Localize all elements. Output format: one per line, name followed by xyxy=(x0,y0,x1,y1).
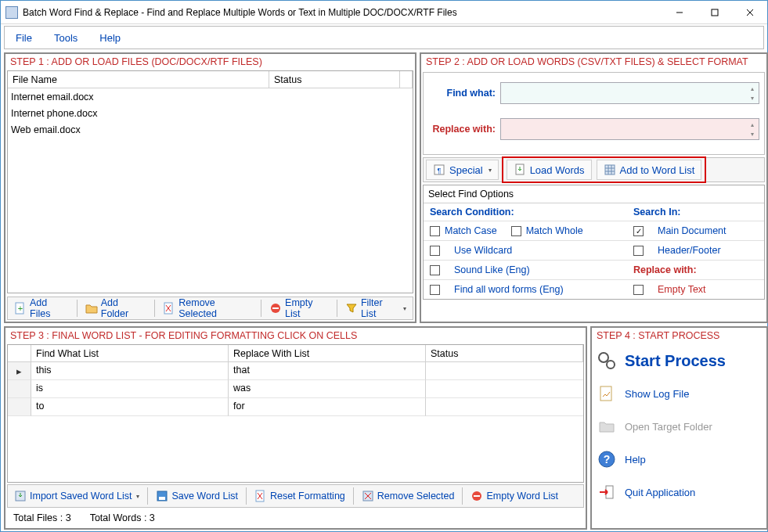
step4-title: STEP 4 : START PROCESS xyxy=(592,328,766,344)
search-in-header: Search In: xyxy=(627,203,764,221)
add-file-icon: + xyxy=(14,302,27,315)
word-list-grid[interactable]: Find What List Replace With List Status … xyxy=(7,344,584,483)
sound-like-checkbox[interactable] xyxy=(430,265,440,275)
step4-panel: STEP 4 : START PROCESS Start Process Sho… xyxy=(590,326,768,530)
show-log-file-button[interactable]: Show Log File xyxy=(592,377,766,410)
replace-with-header: Replace with: xyxy=(627,261,764,280)
col-filename[interactable]: File Name xyxy=(8,71,269,88)
step3-toolbar: Import Saved Word List▾ Save Word List R… xyxy=(7,484,584,508)
menu-file[interactable]: File xyxy=(11,29,37,47)
svg-rect-29 xyxy=(474,495,480,497)
save-word-list-button[interactable]: Save Word List xyxy=(151,487,243,505)
svg-text:+: + xyxy=(18,304,23,313)
step1-panel: STEP 1 : ADD OR LOAD FILES (DOC/DOCX/RTF… xyxy=(4,52,416,323)
remove-selected-button[interactable]: Remove Selected xyxy=(158,295,258,322)
close-button[interactable] xyxy=(732,1,767,23)
special-icon: ¶ xyxy=(433,164,445,176)
main-document-checkbox[interactable]: ✓ xyxy=(633,226,644,236)
word-row[interactable]: is was xyxy=(8,380,583,398)
menu-help[interactable]: Help xyxy=(95,29,125,47)
total-words-label: Total Words : 3 xyxy=(90,512,155,523)
match-whole-checkbox[interactable] xyxy=(511,226,521,236)
word-row[interactable]: to for xyxy=(8,398,583,416)
step3-title: STEP 3 : FINAL WORD LIST - FOR EDITING F… xyxy=(5,328,586,344)
find-what-input[interactable]: ▴▾ xyxy=(500,82,759,104)
dropdown-arrow-icon: ▾ xyxy=(403,305,406,312)
maximize-button[interactable] xyxy=(697,1,732,23)
col-find-what[interactable]: Find What List xyxy=(31,345,229,362)
empty-list-button[interactable]: Empty List xyxy=(265,295,334,322)
empty-icon xyxy=(471,490,483,502)
menu-tools[interactable]: Tools xyxy=(49,29,82,47)
total-files-label: Total Files : 3 xyxy=(13,512,71,523)
header-footer-checkbox[interactable] xyxy=(633,246,644,256)
load-words-button[interactable]: Load Words xyxy=(507,160,592,180)
add-to-word-list-button[interactable]: Add to Word List xyxy=(597,160,702,180)
folder-open-icon xyxy=(597,416,617,437)
step2-title: STEP 2 : ADD OR LOAD WORDS (CSV/TXT FILE… xyxy=(421,54,766,70)
add-folder-button[interactable]: Add Folder xyxy=(81,295,152,322)
highlighted-load-add-group: Load Words Add to Word List xyxy=(502,156,707,183)
help-icon: ? xyxy=(597,449,617,469)
empty-word-list-button[interactable]: Empty Word List xyxy=(466,487,562,505)
quit-icon xyxy=(597,482,617,502)
file-row[interactable]: Web email.docx xyxy=(8,121,413,138)
reset-formatting-button[interactable]: Reset Formatting xyxy=(250,487,350,505)
remove-icon xyxy=(163,302,175,315)
col-status3[interactable]: Status xyxy=(426,345,583,362)
svg-text:¶: ¶ xyxy=(438,167,442,174)
app-window: Batch Word Find & Replace - Find and Rep… xyxy=(0,0,768,532)
all-word-forms-checkbox[interactable] xyxy=(430,285,440,295)
svg-rect-14 xyxy=(605,165,615,174)
step2-panel: STEP 2 : ADD OR LOAD WORDS (CSV/TXT FILE… xyxy=(420,52,768,323)
step1-grid[interactable]: File Name Status Internet email.docx Int… xyxy=(7,70,413,293)
reset-icon xyxy=(254,490,267,502)
filter-list-button[interactable]: Filter List ▾ xyxy=(341,295,411,322)
filter-icon xyxy=(345,302,358,315)
empty-text-checkbox[interactable] xyxy=(633,285,644,295)
svg-rect-10 xyxy=(272,307,279,309)
import-icon xyxy=(14,490,27,502)
step1-toolbar: + Add Files Add Folder Remove Selected E… xyxy=(7,297,413,320)
step3-status: Total Files : 3 Total Words : 3 xyxy=(5,509,586,527)
log-icon xyxy=(597,383,617,404)
find-what-label: Find what: xyxy=(428,88,496,99)
titlebar: Batch Word Find & Replace - Find and Rep… xyxy=(1,1,767,24)
svg-point-31 xyxy=(607,361,615,368)
grid-add-icon xyxy=(604,164,616,176)
special-button[interactable]: ¶ Special▾ xyxy=(426,160,499,180)
search-condition-header: Search Condition: xyxy=(424,203,627,221)
word-row[interactable]: ▸ this that xyxy=(8,362,583,380)
replace-with-label: Replace with: xyxy=(428,124,496,135)
svg-rect-21 xyxy=(159,497,165,500)
menubar: File Tools Help xyxy=(4,26,764,49)
col-extra xyxy=(400,71,413,88)
open-target-folder-button[interactable]: Open Target Folder xyxy=(592,410,766,443)
svg-rect-32 xyxy=(600,386,611,401)
add-files-button[interactable]: + Add Files xyxy=(9,295,74,322)
start-process-button[interactable]: Start Process xyxy=(592,344,766,377)
gears-icon xyxy=(597,350,617,371)
col-status[interactable]: Status xyxy=(269,71,400,88)
app-icon xyxy=(5,6,18,19)
match-case-checkbox[interactable] xyxy=(430,226,440,236)
col-replace-with[interactable]: Replace With List xyxy=(229,345,426,362)
help-button[interactable]: ? Help xyxy=(592,443,766,476)
replace-with-input[interactable]: ▴▾ xyxy=(500,118,759,140)
load-icon xyxy=(514,164,526,176)
minimize-button[interactable] xyxy=(662,1,697,23)
window-title: Batch Word Find & Replace - Find and Rep… xyxy=(23,7,662,18)
step2-toolbar: ¶ Special▾ Load Words Add to Word List xyxy=(423,157,765,182)
svg-text:?: ? xyxy=(604,453,611,466)
folder-icon xyxy=(85,302,98,315)
remove-grid-icon xyxy=(362,490,374,502)
file-row[interactable]: Internet phone.docx xyxy=(8,105,413,121)
empty-icon xyxy=(269,302,282,315)
remove-selected-word-button[interactable]: Remove Selected xyxy=(357,487,460,505)
import-word-list-button[interactable]: Import Saved Word List▾ xyxy=(9,487,144,505)
svg-point-30 xyxy=(599,353,608,362)
row-indicator-icon: ▸ xyxy=(8,362,31,380)
use-wildcard-checkbox[interactable] xyxy=(430,246,440,256)
quit-application-button[interactable]: Quit Application xyxy=(592,476,766,509)
file-row[interactable]: Internet email.docx xyxy=(8,88,413,105)
